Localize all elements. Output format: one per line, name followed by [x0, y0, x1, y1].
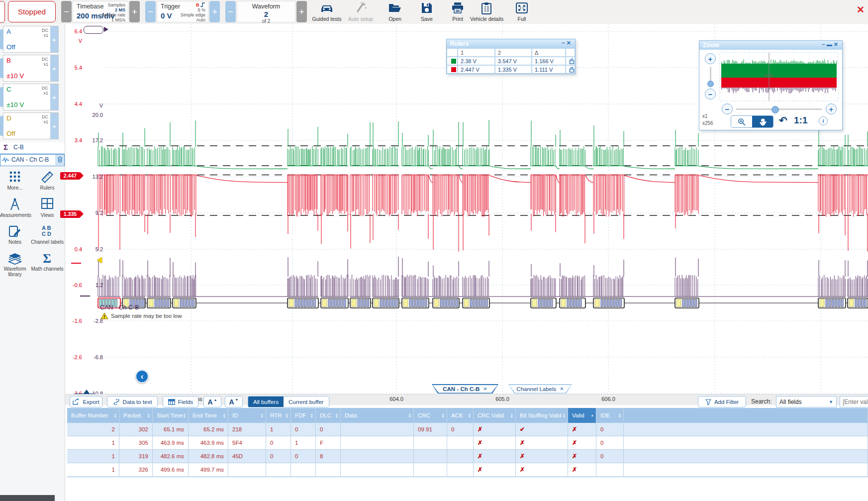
column-header-crc_valid[interactable]: CRC Valid▲▼ — [474, 408, 516, 423]
ruler-value-badge[interactable]: 2.447 — [60, 172, 80, 180]
table-cell-id[interactable]: 5F4 — [228, 436, 266, 450]
table-cell-dlc[interactable]: 8 — [316, 450, 341, 463]
current-buffer-button[interactable]: Current buffer — [284, 397, 329, 407]
channel-expand-button[interactable]: + — [50, 113, 58, 139]
table-cell-ack[interactable] — [447, 436, 474, 450]
guided-tests-button[interactable]: Guided tests — [310, 0, 343, 23]
sidebar-tool-views[interactable]: Views — [20, 198, 65, 218]
column-header-dlc[interactable]: DLC▲▼ — [316, 408, 341, 423]
timebase-increase-button[interactable]: + — [129, 1, 140, 22]
table-cell-ide[interactable]: 0 — [596, 423, 624, 436]
table-cell-valid[interactable]: ✗ — [568, 436, 596, 450]
channel-a-box[interactable]: ADCx1Off+ — [3, 26, 59, 53]
column-header-ack[interactable]: ACK▲▼ — [447, 408, 474, 423]
channel-options-tab[interactable] — [0, 116, 3, 136]
channel-expand-button[interactable]: + — [50, 55, 58, 81]
table-cell-crc_valid[interactable]: ✗ — [474, 463, 516, 477]
table-cell-filler[interactable] — [624, 450, 868, 463]
info-icon[interactable]: i — [819, 116, 828, 125]
table-cell-bit_stuff[interactable]: ✗ — [516, 463, 568, 477]
open-button[interactable]: Open — [379, 0, 411, 23]
close-icon[interactable]: ✕ — [567, 40, 573, 46]
waveform-next-button[interactable]: + — [296, 1, 307, 22]
trigger-increase-button[interactable]: + — [209, 1, 220, 22]
table-cell-start[interactable]: 482.6 ms — [153, 450, 189, 463]
table-cell-rtr[interactable] — [266, 463, 291, 477]
maximize-icon[interactable]: ▬ — [827, 41, 834, 47]
stop-start-button[interactable]: Stopped — [8, 1, 56, 22]
table-cell-buffer[interactable]: 1 — [67, 450, 119, 463]
column-header-ide[interactable]: IDE▲▼ — [596, 408, 624, 423]
sidebar-item-can-decoder[interactable]: CAN - Ch C-B — [0, 154, 65, 166]
pan-tool-button[interactable] — [752, 116, 773, 127]
table-cell-crc_valid[interactable]: ✗ — [474, 436, 516, 450]
delete-decoder-button[interactable] — [55, 155, 64, 165]
table-cell-fdf[interactable] — [291, 463, 316, 477]
table-cell-data[interactable] — [341, 436, 414, 450]
table-cell-start[interactable]: 499.6 ms — [153, 463, 189, 477]
channel-options-tab[interactable] — [0, 87, 3, 107]
timebase-panel[interactable]: Timebase 200 ms/div Samples 2 MS Sample … — [73, 1, 128, 22]
rulers-panel-title[interactable]: Rulers — [447, 39, 575, 48]
table-cell-packet[interactable]: 319 — [119, 450, 153, 463]
horizontal-zoom-slider[interactable] — [736, 108, 822, 110]
export-button[interactable]: Export — [70, 396, 102, 407]
column-header-packet[interactable]: Packet▲▼ — [119, 408, 153, 423]
table-cell-ide[interactable]: 0 — [596, 450, 624, 463]
full-button[interactable]: Full — [505, 0, 538, 23]
table-cell-crc_valid[interactable]: ✗ — [474, 450, 516, 463]
table-cell-filler[interactable] — [624, 423, 868, 436]
sidebar-tool-rulers[interactable]: Rulers — [20, 171, 65, 191]
channel-b-box[interactable]: BDCx1±10 V+ — [3, 55, 59, 82]
math-axis-handle[interactable] — [84, 26, 103, 34]
column-header-id[interactable]: ID▲▼ — [228, 408, 266, 423]
zoom-panel[interactable]: Zoom −▬✕ + − x1 x256 − + ↶ 1:1 i — [699, 40, 843, 130]
table-cell-end[interactable]: 65.2 ms — [189, 423, 228, 436]
zoom-reset-ratio[interactable]: 1:1 — [794, 115, 807, 126]
column-header-data[interactable]: Data▲▼ — [341, 408, 414, 423]
ruler-lock-cell[interactable] — [566, 57, 575, 65]
column-header-valid[interactable]: Valid▲ — [568, 408, 596, 423]
tab-channel-labels[interactable]: Channel Labels✕ — [508, 384, 572, 394]
waveform-panel[interactable]: Waveform 2 of 2 — [237, 1, 295, 22]
table-cell-buffer[interactable]: 2 — [67, 423, 119, 436]
column-header-crc[interactable]: CRC▲▼ — [414, 408, 447, 423]
channel-expand-button[interactable]: + — [50, 84, 58, 110]
column-header-bit_stuff[interactable]: Bit Stuffing Valid▲▼ — [516, 408, 568, 423]
table-cell-rtr[interactable]: 0 — [266, 436, 291, 450]
trigger-panel[interactable]: Trigger 0 V B 5 % Simple edge Auto — [157, 1, 208, 22]
table-cell-valid[interactable]: ✗ — [568, 450, 596, 463]
column-header-start[interactable]: Start Time▲▼ — [153, 408, 189, 423]
table-cell-fdf[interactable]: 0 — [291, 423, 316, 436]
zoom-overview-thumbnail[interactable] — [719, 52, 839, 101]
search-scope-select[interactable]: All fields▼ — [776, 396, 837, 407]
zoom-out-vertical-button[interactable]: − — [705, 89, 716, 100]
table-cell-ide[interactable] — [596, 463, 624, 477]
table-cell-filler[interactable] — [624, 463, 868, 477]
column-header-fdf[interactable]: FDF▲▼ — [291, 408, 316, 423]
close-tab-icon[interactable]: ✕ — [560, 386, 564, 392]
collapse-panel-button[interactable]: ‹ — [135, 370, 149, 383]
print-button[interactable]: Print — [441, 0, 474, 23]
channel-b-zero-marker[interactable] — [71, 263, 81, 264]
rulers-panel[interactable]: Rulers −✕ 12Δ2.38 V3.547 V1.166 V2.447 V… — [446, 39, 576, 74]
channel-options-tab[interactable] — [0, 58, 3, 78]
channel-c-box[interactable]: CDCx1±10 V+ — [3, 84, 59, 110]
table-cell-id[interactable]: 218 — [228, 423, 266, 436]
close-window-icon[interactable]: ✕ — [857, 4, 865, 15]
minimize-icon[interactable]: − — [562, 40, 566, 46]
table-cell-ide[interactable]: 0 — [596, 436, 624, 450]
ruler-lock-cell[interactable] — [566, 65, 575, 74]
tab-can-ch-c-b[interactable]: CAN - Ch C-B✕ — [432, 384, 498, 394]
trigger-level-marker[interactable] — [97, 257, 102, 263]
table-cell-bit_stuff[interactable]: ✗ — [516, 450, 568, 463]
table-cell-buffer[interactable]: 1 — [67, 436, 119, 450]
add-filter-button[interactable]: Add Filter — [698, 396, 746, 407]
save-button[interactable]: Save — [410, 0, 443, 23]
table-cell-start[interactable]: 463.9 ms — [153, 436, 189, 450]
bottom-scrollbar[interactable] — [0, 495, 55, 501]
vehicle-details-button[interactable]: Vehicle details — [470, 0, 503, 23]
table-cell-crc[interactable] — [414, 450, 447, 463]
vertical-zoom-slider-handle[interactable] — [707, 81, 714, 87]
table-cell-rtr[interactable]: 0 — [266, 450, 291, 463]
